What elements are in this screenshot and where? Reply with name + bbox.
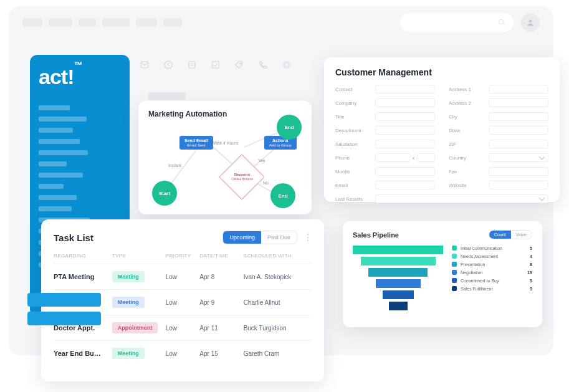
customer-title: Customer Management bbox=[335, 67, 548, 77]
label-title: Title bbox=[335, 114, 370, 120]
svg-point-9 bbox=[240, 63, 241, 64]
flow-end-2: End bbox=[270, 183, 295, 208]
input-title[interactable] bbox=[375, 112, 435, 121]
legend-item: Sales Fulfillment3 bbox=[452, 286, 532, 291]
input-company[interactable] bbox=[375, 98, 435, 107]
label-salutation: Salutation bbox=[335, 141, 370, 147]
legend-item: Commitment to Buy5 bbox=[452, 278, 532, 283]
seg-value[interactable]: Value bbox=[511, 231, 532, 239]
funnel-chart bbox=[353, 246, 443, 313]
input-mobile[interactable] bbox=[375, 167, 435, 176]
label-email: Email bbox=[335, 183, 370, 188]
col-scheduled: SCHEDULED WITH bbox=[244, 253, 312, 259]
table-row[interactable]: PTA MeetingMeetingLowApr 8Ivan A. Stekop… bbox=[54, 264, 312, 289]
select-country[interactable] bbox=[489, 153, 548, 162]
flow-end-1: End bbox=[277, 115, 302, 140]
input-address1[interactable] bbox=[489, 85, 548, 93]
legend-item: Presentation8 bbox=[452, 262, 532, 267]
svg-rect-3 bbox=[141, 62, 148, 67]
label-last-results: Last Results bbox=[335, 196, 370, 202]
svg-line-1 bbox=[503, 24, 505, 26]
pipeline-title: Sales Pipeline bbox=[353, 231, 399, 239]
legend-item: Initial Communication5 bbox=[452, 246, 532, 251]
kebab-icon[interactable]: ⋯ bbox=[306, 234, 310, 242]
phone-icon[interactable] bbox=[258, 60, 268, 70]
seg-count[interactable]: Count bbox=[489, 231, 511, 239]
task-filter-segment[interactable]: Upcoming Past Due bbox=[222, 231, 297, 244]
svg-point-0 bbox=[499, 19, 503, 24]
plus-icon[interactable] bbox=[282, 60, 292, 70]
task-list-title: Task List bbox=[54, 232, 93, 243]
label-state: State bbox=[449, 128, 484, 133]
placeholder-label bbox=[148, 92, 186, 100]
legend-item: Needs Assessment4 bbox=[452, 254, 532, 259]
topbar bbox=[9, 6, 553, 39]
input-phone[interactable] bbox=[375, 153, 410, 162]
filter-upcoming[interactable]: Upcoming bbox=[223, 231, 261, 244]
label-website: Website bbox=[449, 183, 484, 188]
label-city: City bbox=[449, 114, 484, 120]
svg-rect-5 bbox=[189, 62, 194, 69]
svg-line-13 bbox=[252, 147, 277, 168]
label-fax: Fax bbox=[449, 169, 484, 174]
tag-icon[interactable] bbox=[234, 60, 244, 70]
search-input[interactable] bbox=[400, 13, 514, 32]
svg-point-2 bbox=[529, 19, 532, 22]
sidebar-chip[interactable] bbox=[27, 312, 101, 325]
flow-send-email: Send Email Email Sent bbox=[179, 136, 213, 150]
input-address2[interactable] bbox=[489, 98, 548, 107]
pipeline-segment[interactable]: Count Value bbox=[489, 230, 532, 239]
input-phone-ext[interactable] bbox=[417, 153, 435, 162]
col-regarding: REGARDING bbox=[54, 253, 112, 259]
label-mobile: Mobile bbox=[335, 169, 370, 174]
check-icon[interactable] bbox=[211, 60, 221, 70]
col-datetime: DATE/TIME bbox=[199, 253, 243, 259]
col-priority: PRIORITY bbox=[166, 253, 200, 259]
flow-start: Start bbox=[152, 181, 177, 206]
input-fax[interactable] bbox=[489, 167, 548, 176]
note-icon[interactable] bbox=[187, 60, 197, 70]
avatar[interactable] bbox=[521, 13, 540, 32]
label-country: Country bbox=[449, 155, 484, 161]
input-website[interactable] bbox=[489, 181, 548, 189]
select-last-results[interactable] bbox=[375, 194, 548, 203]
label-address2: Address 2 bbox=[449, 100, 484, 106]
customer-card: Customer Management Contact Address 1 Co… bbox=[324, 57, 560, 202]
table-row[interactable]: Year End Bu…MeetingLowApr 15Gareth Cram bbox=[54, 340, 312, 366]
mail-icon[interactable] bbox=[140, 60, 150, 70]
label-company: Company bbox=[335, 100, 370, 106]
label-contact: Contact bbox=[335, 87, 370, 92]
pipeline-card: Sales Pipeline Count Value Initial Commu… bbox=[343, 221, 542, 327]
label-phone: Phone bbox=[335, 155, 370, 161]
input-department[interactable] bbox=[375, 126, 435, 135]
svg-rect-8 bbox=[213, 62, 219, 69]
brand-logo: act!™ bbox=[39, 65, 121, 89]
input-contact[interactable] bbox=[375, 85, 435, 93]
input-state[interactable] bbox=[489, 126, 548, 135]
pipeline-legend: Initial Communication5Needs Assessment4P… bbox=[452, 246, 532, 291]
col-type: TYPE bbox=[112, 253, 166, 259]
input-salutation[interactable] bbox=[375, 140, 435, 148]
legend-item: Negotiation19 bbox=[452, 270, 532, 275]
input-zip[interactable] bbox=[489, 140, 548, 148]
sidebar-chip[interactable] bbox=[27, 293, 101, 307]
input-city[interactable] bbox=[489, 112, 548, 121]
marketing-card: Marketing Automation Start Send Email Em… bbox=[138, 101, 312, 214]
filter-pastdue[interactable]: Past Due bbox=[261, 231, 297, 244]
clock-icon[interactable] bbox=[163, 60, 173, 70]
label-department: Department bbox=[335, 128, 370, 133]
label-zip: ZIP bbox=[449, 141, 484, 147]
search-icon bbox=[497, 18, 506, 27]
label-address1: Address 1 bbox=[449, 87, 484, 92]
user-icon bbox=[526, 18, 535, 27]
icon-ribbon bbox=[140, 60, 292, 70]
input-email[interactable] bbox=[375, 181, 435, 189]
